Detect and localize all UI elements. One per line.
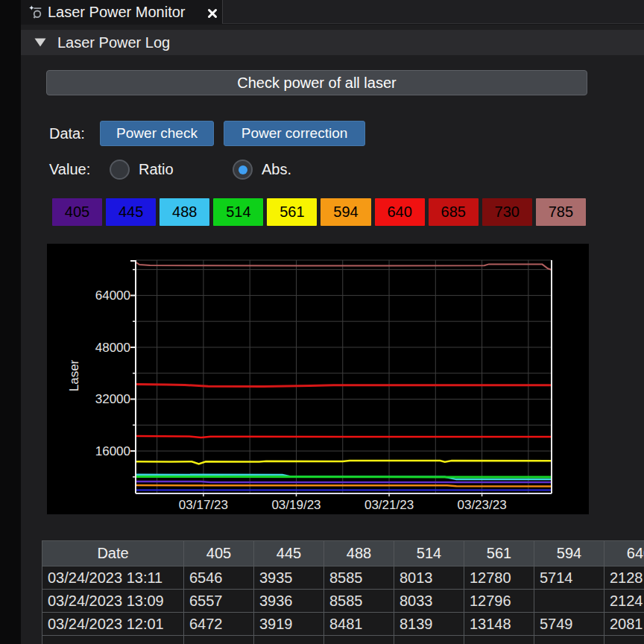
power-log-table-wrap: Date405445488514561594640 03/24/2023 13:…: [42, 540, 644, 644]
cell-445: [254, 636, 324, 644]
collapse-triangle-icon[interactable]: [34, 38, 46, 47]
column-header-405[interactable]: 405: [184, 541, 254, 566]
cell-561: 12780: [464, 566, 534, 590]
tab-close-icon[interactable]: [207, 8, 218, 19]
tab-bar: Laser Power Monitor: [21, 0, 644, 25]
cell-405: 6557: [184, 590, 254, 613]
cell-594: [534, 636, 604, 644]
table-row[interactable]: 03/24/2023 12:01647239198481813913148574…: [42, 613, 644, 636]
tab-bar-empty-area: [222, 0, 644, 24]
cell-Date: 03/24/2023 13:09: [42, 590, 184, 613]
x-tick-label: 03/21/23: [364, 498, 414, 512]
series-685-line: [136, 385, 552, 387]
wavelength-button-514[interactable]: 514: [213, 198, 263, 226]
cell-405: [184, 636, 254, 644]
x-tick-label: 03/23/23: [457, 498, 506, 512]
check-power-all-button[interactable]: Check power of all laser: [46, 70, 587, 95]
series-561-line: [136, 461, 552, 464]
wavelength-button-785[interactable]: 785: [536, 198, 586, 226]
table-row[interactable]: 03/24/2023 13:11654639358585801312780571…: [42, 566, 644, 590]
cell-514: 8013: [394, 566, 464, 590]
wavelength-button-445[interactable]: 445: [106, 198, 156, 226]
wavelength-button-730[interactable]: 730: [482, 198, 532, 226]
cell-488: [324, 636, 394, 644]
wavelength-button-405[interactable]: 405: [52, 198, 102, 226]
cell-405: 6546: [184, 566, 254, 590]
column-header-561[interactable]: 561: [464, 541, 534, 566]
y-tick-label: 32000: [95, 392, 130, 406]
cell-594: 5714: [534, 566, 604, 590]
cell-514: 8033: [394, 590, 464, 613]
y-tick-label: 64000: [95, 288, 130, 303]
cell-Date: 03/24/2023 13:11: [42, 566, 184, 590]
series-785-line: [136, 262, 552, 270]
power-log-table: Date405445488514561594640 03/24/2023 13:…: [42, 540, 644, 644]
cell-594: [534, 590, 604, 613]
cell-445: 3919: [254, 613, 324, 636]
column-header-Date[interactable]: Date: [42, 541, 184, 566]
column-header-488[interactable]: 488: [324, 541, 394, 566]
cell-561: 13148: [464, 613, 534, 636]
x-tick-label: 03/19/23: [271, 498, 321, 512]
cell-405: 6472: [184, 613, 254, 636]
cell-488: 8585: [324, 590, 394, 613]
cell-594: 5749: [534, 613, 604, 636]
series-594-line: [136, 485, 552, 486]
column-header-594[interactable]: 594: [534, 541, 604, 566]
value-radio-group: Ratio Abs.: [21, 160, 617, 182]
wavelength-button-561[interactable]: 561: [267, 198, 317, 226]
laser-power-panel: Laser Power Log Check power of all laser…: [21, 25, 644, 644]
cell-488: 8585: [324, 566, 394, 590]
cell-Date: [42, 636, 184, 644]
cell-514: [394, 636, 464, 644]
column-header-445[interactable]: 445: [254, 541, 324, 566]
radio-button-ratio[interactable]: [110, 160, 130, 180]
radio-button-abs[interactable]: [233, 160, 253, 180]
radio-option-ratio[interactable]: Ratio: [110, 160, 174, 180]
series-640-line: [136, 436, 552, 438]
cell-640: 2124: [604, 590, 644, 613]
wavelength-button-640[interactable]: 640: [375, 198, 425, 226]
table-row[interactable]: 03/24/2023 13:09655739368585803312796212…: [42, 590, 644, 613]
cell-488: 8481: [324, 613, 394, 636]
section-title: Laser Power Log: [57, 34, 170, 51]
y-tick-label: 16000: [95, 444, 130, 458]
cell-561: 12796: [464, 590, 534, 613]
cell-445: 3936: [254, 590, 324, 613]
data-label: Data:: [49, 125, 85, 142]
cell-561: [464, 636, 534, 644]
wavelength-button-row: 405445488514561594640685730785: [52, 198, 586, 226]
power-check-button[interactable]: Power check: [100, 121, 214, 146]
cell-640: [604, 636, 644, 644]
cell-640: 2128: [604, 566, 644, 590]
x-tick-label: 03/17/23: [179, 498, 228, 512]
laser-power-chart: 1600032000480006400003/17/2303/19/2303/2…: [47, 244, 589, 514]
table-row[interactable]: [42, 636, 644, 644]
tab-title: Laser Power Monitor: [48, 4, 186, 21]
radio-label-ratio: Ratio: [139, 161, 174, 178]
table-header-row: Date405445488514561594640: [42, 541, 644, 566]
radio-label-abs: Abs.: [262, 161, 291, 178]
y-tick-label: 48000: [95, 341, 130, 355]
cell-640: 2081: [604, 613, 644, 636]
column-header-640[interactable]: 640: [604, 541, 644, 566]
cell-Date: 03/24/2023 12:01: [42, 613, 184, 636]
cell-445: 3935: [254, 566, 324, 590]
wavelength-button-685[interactable]: 685: [429, 198, 479, 226]
column-header-514[interactable]: 514: [394, 541, 464, 566]
section-header-laser-power-log[interactable]: Laser Power Log: [21, 30, 644, 55]
series-405-line: [136, 482, 552, 482]
wavelength-button-488[interactable]: 488: [160, 198, 209, 226]
series-514-line: [136, 476, 552, 477]
radio-option-abs[interactable]: Abs.: [233, 160, 291, 180]
chart-canvas: 1600032000480006400003/17/2303/19/2303/2…: [47, 244, 589, 514]
cell-514: 8139: [394, 613, 464, 636]
monitor-search-icon: [29, 3, 47, 22]
y-axis-title: Laser: [67, 359, 81, 391]
tab-laser-power-monitor[interactable]: Laser Power Monitor: [28, 0, 222, 25]
wavelength-button-594[interactable]: 594: [321, 198, 370, 226]
power-correction-button[interactable]: Power correction: [224, 121, 365, 146]
